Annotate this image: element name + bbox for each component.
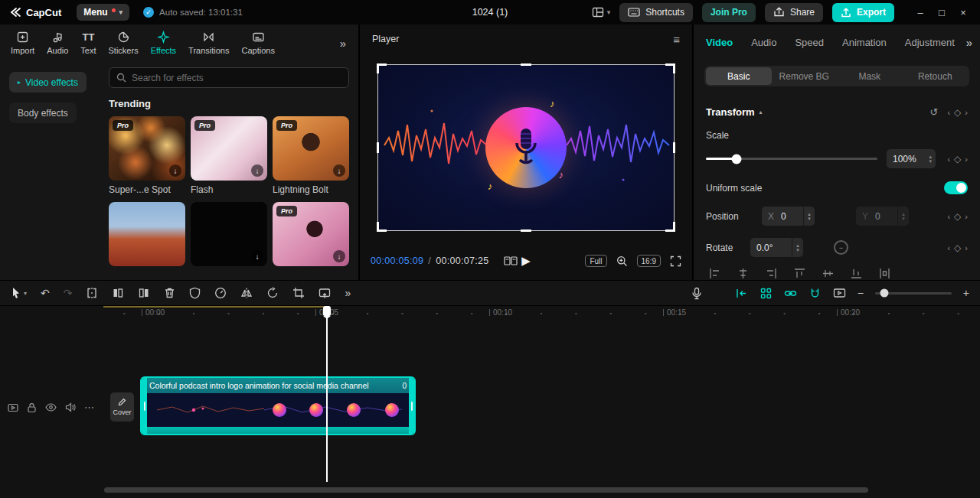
stepper-down-icon[interactable]: ▾ — [929, 159, 932, 164]
delete-button[interactable] — [164, 287, 175, 299]
join-pro-button[interactable]: Join Pro — [702, 3, 756, 22]
tab-stickers[interactable]: Stickers — [103, 31, 145, 55]
player-menu-icon[interactable]: ≡ — [673, 33, 680, 46]
cover-button[interactable]: Cover — [110, 392, 134, 422]
subtab-remove-bg[interactable]: Remove BG — [772, 67, 838, 85]
shortcuts-button[interactable]: Shortcuts — [619, 3, 693, 22]
keyframe-prev-icon[interactable]: ‹ — [947, 212, 950, 221]
scale-value-field[interactable]: 100% ▴ ▾ — [887, 149, 936, 168]
x-stepper[interactable]: ▴ ▾ — [803, 207, 815, 226]
tab-audio-props[interactable]: Audio — [751, 37, 776, 48]
undo-button[interactable]: ↶ — [41, 287, 50, 299]
playhead[interactable] — [322, 306, 332, 483]
align-left-icon[interactable] — [709, 268, 720, 279]
tab-import[interactable]: Import — [5, 31, 41, 55]
zoom-in-button[interactable]: + — [963, 287, 969, 299]
timeline-zoom-slider[interactable] — [875, 292, 952, 295]
tab-speed[interactable]: Speed — [795, 37, 824, 48]
download-icon[interactable]: ↓ — [169, 164, 181, 177]
keyframe-add-icon[interactable]: ◇ — [954, 107, 961, 118]
timeline[interactable]: 00:00 00:05 00:10 00:15 00:20 ⋯ Cover Co… — [0, 306, 980, 498]
capture-frame-button[interactable] — [318, 288, 331, 299]
rotate-stepper[interactable]: ▴ ▾ — [792, 238, 803, 257]
effects-search[interactable] — [109, 67, 349, 88]
time-ruler[interactable]: 00:00 00:05 00:10 00:15 00:20 — [103, 306, 980, 321]
auto-layout-button[interactable] — [760, 287, 773, 300]
search-input[interactable] — [132, 73, 341, 83]
keyframe-add-icon[interactable]: ◇ — [954, 154, 961, 164]
more-inspector-tabs-icon[interactable]: » — [954, 24, 980, 60]
tab-video[interactable]: Video — [706, 37, 733, 48]
selection-handle[interactable] — [521, 229, 531, 232]
eye-icon[interactable] — [45, 403, 57, 412]
frame-view-button[interactable] — [504, 256, 518, 266]
selection-handle[interactable] — [377, 63, 387, 73]
zoom-preview-icon[interactable] — [616, 256, 628, 267]
effect-thumbnail[interactable] — [109, 202, 185, 266]
select-tool-button[interactable]: ▾ — [11, 287, 27, 299]
slider-knob[interactable] — [732, 154, 742, 164]
effect-thumbnail[interactable]: Pro ↓ — [191, 116, 267, 181]
position-x-field[interactable]: X 0 — [762, 207, 803, 226]
effect-thumbnail[interactable]: Pro ↓ — [273, 116, 349, 181]
close-button[interactable]: × — [952, 2, 974, 22]
minimize-button[interactable]: – — [910, 2, 931, 22]
align-bottom-icon[interactable] — [851, 268, 862, 279]
keyframe-next-icon[interactable]: › — [965, 243, 968, 252]
stepper-down-icon[interactable]: ▾ — [808, 216, 811, 221]
maximize-button[interactable]: □ — [931, 2, 952, 22]
menu-button[interactable]: Menu ▾ — [77, 4, 129, 21]
tab-animation[interactable]: Animation — [842, 37, 887, 48]
more-tools-icon[interactable]: » — [345, 287, 351, 299]
more-tabs-icon[interactable]: » — [340, 37, 354, 50]
redo-button[interactable]: ↷ — [64, 287, 73, 299]
zoom-out-button[interactable]: − — [858, 287, 864, 299]
timeline-scrollbar[interactable] — [104, 487, 868, 493]
y-stepper[interactable]: ▴ ▾ — [897, 207, 909, 226]
tab-effects[interactable]: Effects — [145, 31, 182, 55]
speaker-icon[interactable] — [65, 402, 76, 412]
align-top-icon[interactable] — [794, 268, 805, 279]
mirror-button[interactable] — [240, 287, 253, 299]
keyframe-next-icon[interactable]: › — [965, 212, 968, 221]
video-preview[interactable]: ♪ ♪ ♪ — [378, 65, 674, 230]
delete-right-button[interactable] — [138, 287, 150, 299]
snapping-button[interactable] — [808, 287, 822, 300]
subtab-retouch[interactable]: Retouch — [903, 67, 969, 85]
stepper-down-icon[interactable]: ▾ — [796, 248, 799, 252]
selection-handle[interactable] — [665, 222, 675, 232]
selection-handle[interactable] — [665, 63, 675, 73]
share-button[interactable]: Share — [765, 3, 823, 22]
keyframe-next-icon[interactable]: › — [965, 155, 968, 164]
crop-button[interactable] — [292, 287, 305, 299]
keyframe-prev-icon[interactable]: ‹ — [947, 243, 950, 252]
download-icon[interactable]: ↓ — [333, 250, 345, 262]
tab-audio[interactable]: Audio — [41, 31, 74, 55]
tab-text[interactable]: TT Text — [74, 31, 102, 55]
full-preview-button[interactable]: Full — [585, 255, 606, 267]
aspect-ratio-button[interactable]: 16:9 — [637, 255, 661, 267]
stepper-down-icon[interactable]: ▾ — [902, 216, 905, 221]
mask-button[interactable] — [189, 287, 201, 299]
tab-transitions[interactable]: Transitions — [182, 31, 235, 55]
track-preview-icon[interactable] — [8, 403, 18, 412]
effect-thumbnail[interactable]: Pro ↓ — [109, 116, 185, 181]
export-button[interactable]: Export — [832, 3, 894, 22]
delete-left-button[interactable] — [112, 287, 124, 299]
tab-captions[interactable]: Captions — [235, 31, 280, 55]
selection-handle[interactable] — [377, 222, 387, 232]
reset-icon[interactable]: ↺ — [930, 106, 939, 118]
lock-icon[interactable] — [27, 402, 37, 413]
keyframe-next-icon[interactable]: › — [965, 108, 968, 117]
layout-switcher-button[interactable]: ▾ — [592, 7, 611, 18]
download-icon[interactable]: ↓ — [333, 164, 345, 177]
link-clips-button[interactable] — [784, 287, 797, 300]
rotate-button[interactable] — [266, 287, 279, 299]
selection-handle[interactable] — [521, 63, 531, 66]
fullscreen-icon[interactable] — [670, 256, 681, 267]
main-track-magnet-button[interactable] — [735, 287, 748, 300]
effect-thumbnail[interactable]: ↓ — [191, 202, 267, 266]
clip-trim-handle-right[interactable] — [409, 378, 414, 434]
align-right-icon[interactable] — [766, 268, 777, 279]
video-clip[interactable]: Colorful podcast intro logo animation fo… — [140, 376, 416, 435]
